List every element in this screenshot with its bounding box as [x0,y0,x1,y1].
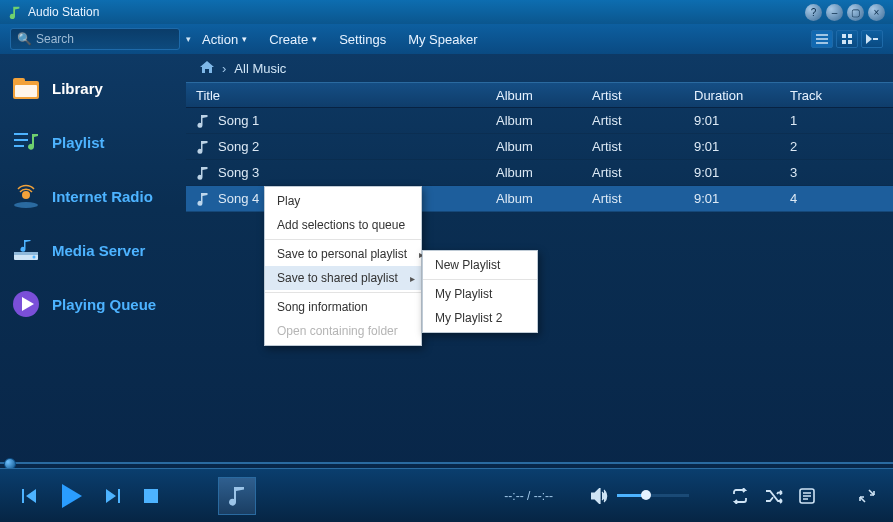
toolbar: 🔍 ▾ Action▾ Create▾ Settings My Speaker [0,24,893,54]
volume-slider[interactable] [617,494,689,497]
table-row[interactable]: Song 1 Album Artist 9:01 1 [186,108,893,134]
create-menu[interactable]: Create▾ [269,32,317,47]
view-queue-button[interactable] [861,30,883,48]
breadcrumb: › All Music [186,54,893,82]
time-display: --:-- / --:-- [504,489,553,503]
cell-artist: Artist [592,139,694,154]
content-area: › All Music Title Album Artist Duration … [186,54,893,468]
cell-duration: 9:01 [694,191,790,206]
help-button[interactable]: ? [805,4,822,21]
breadcrumb-separator: › [222,61,226,76]
table-row[interactable]: Song 3 Album Artist 9:01 3 [186,160,893,186]
col-header-album[interactable]: Album [496,88,592,103]
minimize-button[interactable]: – [826,4,843,21]
lyrics-button[interactable] [799,488,815,504]
ctx-separator [423,279,537,280]
ctx-playlist-item[interactable]: My Playlist 2 [423,306,537,330]
svg-rect-1 [848,34,852,38]
search-box[interactable]: 🔍 ▾ [10,28,180,50]
maximize-button[interactable]: ▢ [847,4,864,21]
ctx-separator [265,292,421,293]
chevron-down-icon: ▾ [312,34,317,44]
cell-duration: 9:01 [694,139,790,154]
server-icon [12,236,40,264]
cell-track: 1 [790,113,883,128]
volume-icon[interactable] [591,488,609,504]
view-mode-group [811,30,883,48]
playlist-icon [12,128,40,156]
context-menu: Play Add selections to queue Save to per… [264,186,422,346]
sidebar-item-label: Internet Radio [52,188,153,205]
ctx-play[interactable]: Play [265,189,421,213]
col-header-duration[interactable]: Duration [694,88,790,103]
sidebar-item-playlist[interactable]: Playlist [0,122,186,162]
player-bar: --:-- / --:-- [0,468,893,522]
breadcrumb-current[interactable]: All Music [234,61,286,76]
music-note-icon [196,114,210,128]
svg-rect-11 [14,252,38,255]
cell-title: Song 3 [218,165,259,180]
play-button[interactable] [56,481,86,511]
ctx-new-playlist[interactable]: New Playlist [423,253,537,277]
progress-bar[interactable] [0,458,893,468]
search-input[interactable] [36,32,186,46]
music-note-icon [196,140,210,154]
sidebar-item-media-server[interactable]: Media Server [0,230,186,270]
sidebar-item-internet-radio[interactable]: Internet Radio [0,176,186,216]
svg-rect-4 [873,38,878,40]
cell-title: Song 4 [218,191,259,206]
cell-title: Song 2 [218,139,259,154]
now-playing-art[interactable] [218,477,256,515]
ctx-save-shared[interactable]: Save to shared playlist▸ [265,266,421,290]
view-grid-button[interactable] [836,30,858,48]
volume-thumb[interactable] [641,490,651,500]
titlebar: Audio Station ? – ▢ × [0,0,893,24]
repeat-button[interactable] [731,488,749,504]
cell-title: Song 1 [218,113,259,128]
search-dropdown-icon[interactable]: ▾ [186,34,191,44]
music-note-icon [196,192,210,206]
ctx-song-info[interactable]: Song information [265,295,421,319]
song-table: Title Album Artist Duration Track Song 1… [186,82,893,468]
col-header-track[interactable]: Track [790,88,883,103]
cell-artist: Artist [592,165,694,180]
prev-button[interactable] [18,486,38,506]
svg-rect-14 [144,489,158,503]
volume-control [591,488,689,504]
context-submenu: New Playlist My Playlist My Playlist 2 [422,250,538,333]
svg-point-8 [14,202,38,208]
svg-rect-3 [848,40,852,44]
cell-album: Album [496,191,592,206]
speaker-selector[interactable]: My Speaker [408,32,477,47]
ctx-add-to-queue[interactable]: Add selections to queue [265,213,421,237]
close-button[interactable]: × [868,4,885,21]
sidebar-item-playing-queue[interactable]: Playing Queue [0,284,186,324]
table-header: Title Album Artist Duration Track [186,82,893,108]
svg-rect-2 [842,40,846,44]
cell-track: 4 [790,191,883,206]
col-header-title[interactable]: Title [196,88,496,103]
cell-duration: 9:01 [694,113,790,128]
view-list-button[interactable] [811,30,833,48]
ctx-save-personal[interactable]: Save to personal playlist▸ [265,242,421,266]
col-header-artist[interactable]: Artist [592,88,694,103]
app-icon [8,5,22,19]
sidebar: Library Playlist Internet Radio Media Se… [0,54,186,468]
table-row[interactable]: Song 2 Album Artist 9:01 2 [186,134,893,160]
sidebar-item-library[interactable]: Library [0,68,186,108]
action-menu[interactable]: Action▾ [202,32,247,47]
svg-point-9 [22,191,30,199]
settings-button[interactable]: Settings [339,32,386,47]
sidebar-item-label: Media Server [52,242,145,259]
shuffle-button[interactable] [765,488,783,504]
cell-artist: Artist [592,191,694,206]
breadcrumb-home-icon[interactable] [200,61,214,76]
sidebar-item-label: Playlist [52,134,105,151]
next-button[interactable] [104,486,124,506]
stop-button[interactable] [142,487,160,505]
ctx-playlist-item[interactable]: My Playlist [423,282,537,306]
sidebar-item-label: Library [52,80,103,97]
mini-player-button[interactable] [859,488,875,504]
queue-icon [12,290,40,318]
cell-artist: Artist [592,113,694,128]
